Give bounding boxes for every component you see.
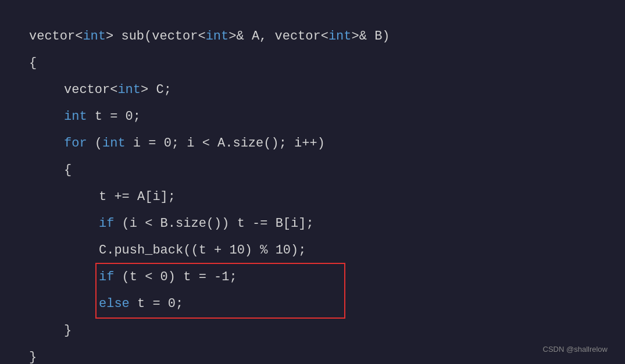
code-line-8: if (i < B.size()) t -= B[i]; <box>29 210 596 237</box>
watermark: CSDN @shallrelow <box>543 345 608 354</box>
code-line-6: { <box>29 157 596 184</box>
code-line-3: vector<int> C; <box>29 77 596 104</box>
code-line-12: } <box>29 317 596 344</box>
code-line-9: C.push_back((t + 10) % 10); <box>29 237 596 264</box>
code-line-2: { <box>29 50 596 77</box>
code-line-7: t += A[i]; <box>29 184 596 210</box>
code-line-10: if (t < 0) t = -1; <box>29 264 596 291</box>
code-block: vector<int> sub(vector<int>& A, vector<i… <box>29 23 596 364</box>
code-line-11: else t = 0; <box>29 291 596 317</box>
code-line-1: vector<int> sub(vector<int>& A, vector<i… <box>29 23 596 50</box>
code-line-5: for (int i = 0; i < A.size(); i++) <box>29 130 596 157</box>
code-line-4: int t = 0; <box>29 104 596 130</box>
code-container: vector<int> sub(vector<int>& A, vector<i… <box>0 0 625 364</box>
code-line-13: } <box>29 344 596 364</box>
